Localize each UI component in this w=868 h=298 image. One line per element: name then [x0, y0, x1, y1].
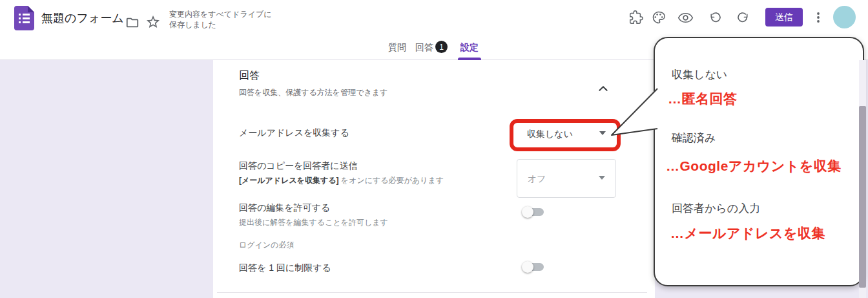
- callout-desc-3: …メールアドレスを収集: [670, 224, 825, 242]
- dropdown-caret-icon: [599, 176, 605, 180]
- callout-term-1: 収集しない: [672, 67, 727, 82]
- logo-fold-flap: [28, 6, 34, 12]
- undo-button[interactable]: [707, 9, 723, 26]
- redo-icon: [736, 10, 750, 25]
- form-title[interactable]: 無題のフォーム: [41, 10, 124, 26]
- allow-edit-label: 回答の編集を許可する: [239, 202, 330, 214]
- save-status: 変更内容をすべてドライブに 保存しました: [169, 9, 272, 30]
- more-options-button[interactable]: [810, 9, 827, 26]
- tab-questions[interactable]: 質問: [388, 42, 406, 54]
- preview-button[interactable]: [677, 9, 694, 26]
- logo-list-glyph: [19, 14, 30, 25]
- toggle-thumb: [522, 261, 533, 273]
- active-tab-underline: [458, 58, 481, 60]
- limit-one-label: 回答を 1 回に制限する: [239, 262, 331, 274]
- palette-icon: [651, 10, 666, 25]
- section-divider: [217, 292, 647, 293]
- redo-button[interactable]: [734, 9, 751, 26]
- save-status-line2: 保存しました: [169, 19, 272, 30]
- tab-settings[interactable]: 設定: [460, 42, 479, 54]
- move-to-folder-button[interactable]: [124, 14, 141, 31]
- add-ons-button[interactable]: [628, 9, 645, 26]
- collect-email-label: メールアドレスを収集する: [239, 127, 349, 139]
- allow-edit-toggle[interactable]: [522, 206, 546, 218]
- kebab-menu-icon: [811, 10, 826, 25]
- scrollbar-thumb[interactable]: [859, 106, 866, 288]
- account-avatar[interactable]: [833, 6, 856, 28]
- send-copy-note: [メールアドレスを収集する] をオンにする必要があります: [239, 175, 444, 186]
- send-copy-note-rest: をオンにする必要があります: [339, 176, 444, 185]
- star-button[interactable]: [145, 14, 161, 30]
- section-title: 回答: [239, 69, 260, 83]
- tab-responses[interactable]: 回答: [415, 42, 433, 54]
- undo-icon: [708, 10, 723, 25]
- callout-desc-2: …Googleアカウントを収集: [666, 157, 842, 175]
- callout-desc-1: …匿名回答: [668, 90, 738, 108]
- collapse-section-button[interactable]: [597, 83, 609, 94]
- allow-edit-note: 提出後に解答を編集することを許可します: [239, 217, 388, 228]
- send-copy-value: オフ: [528, 173, 546, 185]
- chevron-up-icon: [597, 83, 609, 94]
- section-subtitle: 回答を収集、保護する方法を管理できます: [239, 87, 388, 98]
- star-icon: [145, 14, 161, 30]
- callout-term-3: 回答者からの入力: [672, 201, 760, 216]
- puzzle-icon: [628, 10, 644, 25]
- send-copy-note-bold: [メールアドレスを収集する]: [239, 176, 339, 185]
- callout-term-2: 確認済み: [672, 131, 716, 145]
- responses-count-badge: 1: [435, 41, 448, 53]
- collect-email-dropdown[interactable]: 収集しない: [517, 122, 615, 149]
- toggle-thumb: [522, 206, 533, 218]
- login-required-label: ログインの必須: [239, 240, 294, 251]
- limit-one-toggle[interactable]: [522, 261, 546, 273]
- save-status-line1: 変更内容をすべてドライブに: [169, 9, 272, 19]
- dropdown-caret-icon: [599, 131, 606, 135]
- send-button[interactable]: 送信: [765, 8, 803, 27]
- collect-email-value: 収集しない: [527, 129, 573, 140]
- google-forms-settings-page: 無題のフォーム 変更内容をすべてドライブに 保存しました: [0, 0, 868, 298]
- send-copy-label: 回答のコピーを回答者に送信: [239, 160, 358, 172]
- eye-icon: [677, 10, 694, 26]
- send-copy-dropdown[interactable]: オフ: [517, 159, 616, 198]
- customize-theme-button[interactable]: [650, 9, 667, 26]
- google-forms-logo-icon[interactable]: [14, 6, 34, 30]
- folder-icon: [125, 16, 140, 30]
